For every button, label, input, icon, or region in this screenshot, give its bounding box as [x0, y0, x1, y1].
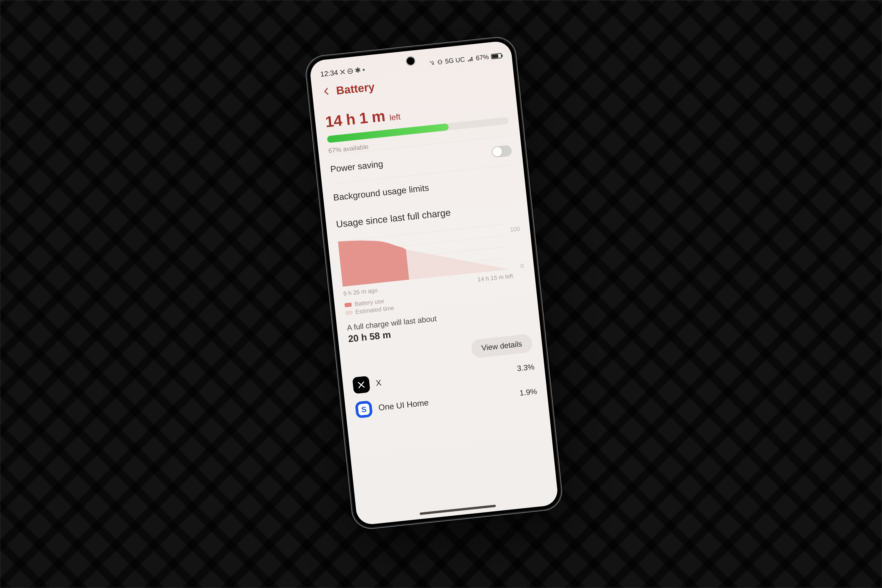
- page-title: Battery: [336, 81, 375, 97]
- one-ui-home-icon: S: [355, 400, 373, 418]
- signal-icon: [467, 56, 474, 62]
- power-saving-toggle[interactable]: [491, 145, 513, 158]
- more-dot-icon: •: [362, 66, 365, 74]
- swatch-est-icon: [345, 310, 352, 315]
- svg-line-3: [438, 61, 438, 63]
- power-saving-label: Power saving: [330, 159, 384, 174]
- asterisk-icon: ✱: [355, 66, 362, 75]
- back-icon[interactable]: [322, 86, 332, 98]
- vibrate-icon: [436, 59, 443, 65]
- svg-line-1: [349, 71, 352, 72]
- chart-y-top: 100: [510, 225, 520, 233]
- battery-pct: 67%: [476, 53, 489, 62]
- swatch-use-icon: [344, 303, 352, 307]
- remaining-time: 14 h 1 m: [325, 107, 386, 130]
- status-time: 12:34: [320, 69, 338, 78]
- app-name: One UI Home: [378, 398, 429, 413]
- svg-rect-2: [438, 60, 441, 64]
- x-icon: [352, 376, 370, 394]
- app-name: X: [375, 378, 382, 388]
- bg-usage-limits-label: Background usage limits: [333, 183, 429, 202]
- do-not-disturb-icon: [347, 68, 353, 74]
- alarm-off-icon: [428, 60, 435, 66]
- remaining-suffix: left: [389, 112, 401, 122]
- x-app-icon: [339, 69, 346, 75]
- battery-icon: [491, 53, 502, 59]
- phone-screen: 12:34 ✱ • 5G UC: [309, 40, 559, 526]
- app-pct: 3.3%: [516, 362, 535, 373]
- app-pct: 1.9%: [519, 387, 537, 398]
- nav-handle[interactable]: [420, 504, 496, 515]
- chart-y-bottom: 0: [520, 262, 524, 270]
- network-label: 5G UC: [445, 56, 465, 65]
- main-content: 14 h 1 m left 67% available Power saving…: [314, 81, 548, 421]
- app-usage-list: X3.3%SOne UI Home1.9%: [352, 352, 538, 420]
